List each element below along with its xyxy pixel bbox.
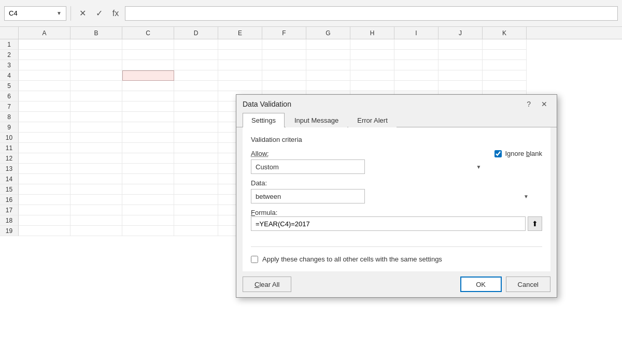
cell-A2[interactable] [19, 50, 70, 60]
cell-B1[interactable] [70, 39, 122, 50]
cell-C1[interactable] [122, 39, 174, 50]
col-header-H[interactable]: H [350, 27, 394, 39]
col-header-J[interactable]: J [439, 27, 483, 39]
allow-col: Allow: Custom ▼ [251, 150, 484, 174]
tab-settings[interactable]: Settings [243, 113, 285, 127]
row-num-11: 11 [0, 143, 19, 153]
formula-range-button[interactable]: ⬆ [528, 216, 542, 231]
toolbar-separator [70, 6, 71, 21]
tab-input-message[interactable]: Input Message [286, 113, 347, 127]
cell-G1[interactable] [306, 39, 350, 50]
cell-E1[interactable] [218, 39, 262, 50]
cell-E3[interactable] [218, 60, 262, 70]
cell-C2[interactable] [122, 50, 174, 60]
confirm-edit-icon[interactable]: ✓ [92, 6, 106, 21]
dialog-tabs: Settings Input Message Error Alert [236, 112, 557, 127]
allow-row: Allow: Custom ▼ Ignore blank [251, 150, 542, 174]
apply-changes-checkbox[interactable] [251, 256, 258, 263]
col-header-A[interactable]: A [19, 27, 70, 39]
formula-icon[interactable]: fx [108, 6, 123, 21]
dialog-content: Validation criteria Allow: Custom ▼ [243, 127, 550, 271]
cell-B3[interactable] [70, 60, 122, 70]
formula-label: Formula: [251, 209, 277, 216]
cell-I4[interactable] [394, 70, 439, 81]
tab-error-alert[interactable]: Error Alert [348, 113, 397, 127]
table-row: 2 [0, 50, 622, 60]
col-header-E[interactable]: E [218, 27, 262, 39]
cell-J1[interactable] [439, 39, 483, 50]
section-title: Validation criteria [251, 136, 542, 143]
cell-K1[interactable] [483, 39, 527, 50]
cell-F3[interactable] [262, 60, 306, 70]
cell-D3[interactable] [174, 60, 218, 70]
cell-H3[interactable] [350, 60, 394, 70]
col-header-C[interactable]: C [122, 27, 174, 39]
cell-J4[interactable] [439, 70, 483, 81]
data-col: Data: between ▼ [251, 179, 532, 203]
col-header-I[interactable]: I [394, 27, 439, 39]
cell-A4[interactable] [19, 70, 70, 81]
cell-G2[interactable] [306, 50, 350, 60]
col-header-B[interactable]: B [70, 27, 122, 39]
cell-J2[interactable] [439, 50, 483, 60]
table-row: 5 [0, 81, 622, 91]
spreadsheet: A B C D E F G H I J K 1 2 3 4 5 6 7 8 9 … [0, 27, 622, 236]
cell-I2[interactable] [394, 50, 439, 60]
cell-C4[interactable] [122, 70, 174, 81]
table-row: 1 [0, 39, 622, 50]
cell-E2[interactable] [218, 50, 262, 60]
cell-K3[interactable] [483, 60, 527, 70]
cell-G4[interactable] [306, 70, 350, 81]
col-header-K[interactable]: K [483, 27, 527, 39]
cell-H2[interactable] [350, 50, 394, 60]
cell-A3[interactable] [19, 60, 70, 70]
cell-G3[interactable] [306, 60, 350, 70]
cell-F2[interactable] [262, 50, 306, 60]
col-header-G[interactable]: G [306, 27, 350, 39]
dialog-title: Data Validation [243, 100, 291, 108]
cell-I3[interactable] [394, 60, 439, 70]
formula-input[interactable] [251, 216, 526, 231]
cell-B4[interactable] [70, 70, 122, 81]
col-header-F[interactable]: F [262, 27, 306, 39]
ignore-blank-row: Ignore blank [494, 150, 542, 157]
name-box[interactable]: C4 ▼ [4, 6, 66, 21]
allow-select-wrapper: Custom ▼ [251, 159, 484, 174]
cancel-edit-icon[interactable]: ✕ [75, 6, 90, 21]
row-num-12: 12 [0, 153, 19, 164]
help-button[interactable]: ? [524, 99, 534, 109]
row-num-9: 9 [0, 122, 19, 133]
close-button[interactable]: ✕ [538, 99, 550, 109]
cell-I1[interactable] [394, 39, 439, 50]
cell-D1[interactable] [174, 39, 218, 50]
cell-J3[interactable] [439, 60, 483, 70]
name-box-arrow[interactable]: ▼ [56, 10, 62, 16]
cell-ref: C4 [9, 9, 18, 17]
cell-K4[interactable] [483, 70, 527, 81]
cell-H1[interactable] [350, 39, 394, 50]
cell-K2[interactable] [483, 50, 527, 60]
allow-select[interactable]: Custom [251, 159, 365, 174]
clear-all-button[interactable]: Clear All [243, 276, 291, 292]
cell-D2[interactable] [174, 50, 218, 60]
ok-button[interactable]: OK [460, 276, 502, 292]
ignore-blank-checkbox[interactable] [494, 150, 502, 157]
footer-right-buttons: OK Cancel [460, 276, 550, 292]
col-header-D[interactable]: D [174, 27, 218, 39]
cell-D4[interactable] [174, 70, 218, 81]
cell-E4[interactable] [218, 70, 262, 81]
cell-F1[interactable] [262, 39, 306, 50]
cell-H4[interactable] [350, 70, 394, 81]
ignore-blank-label: Ignore blank [505, 150, 542, 157]
cell-C3[interactable] [122, 60, 174, 70]
cancel-button[interactable]: Cancel [506, 276, 550, 292]
row-num-16: 16 [0, 195, 19, 205]
apply-label: Apply these changes to all other cells w… [262, 255, 442, 263]
formula-bar[interactable] [125, 6, 618, 21]
formula-input-wrapper: ⬆ [251, 216, 542, 231]
cell-F4[interactable] [262, 70, 306, 81]
cell-A1[interactable] [19, 39, 70, 50]
data-select[interactable]: between [251, 189, 365, 203]
cell-B2[interactable] [70, 50, 122, 60]
row-num-19: 19 [0, 226, 19, 236]
